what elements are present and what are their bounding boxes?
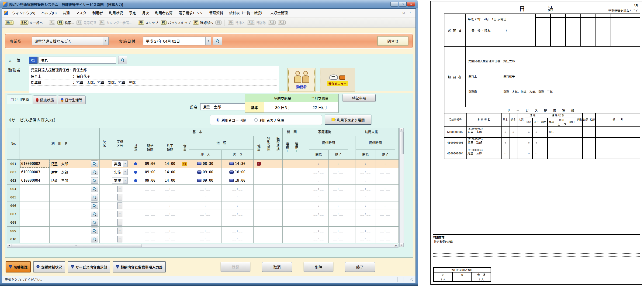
special-support-cell[interactable] <box>264 168 273 176</box>
meal-cell[interactable] <box>180 210 189 218</box>
family-start-cell[interactable]: __:__ <box>309 176 328 185</box>
special-support-cell[interactable] <box>264 193 273 202</box>
user-name-cell[interactable] <box>50 227 89 235</box>
menu-item[interactable]: 利用者名簿 <box>152 9 176 17</box>
end-time-cell[interactable]: __:__ <box>160 210 180 218</box>
meal-cell[interactable] <box>180 185 189 193</box>
agency-coop2-cell[interactable] <box>292 218 301 227</box>
agency-coop2-cell[interactable] <box>292 185 301 193</box>
family-flag-cell[interactable] <box>301 227 309 235</box>
user-name-cell[interactable] <box>50 193 89 202</box>
dropoff-cell[interactable]: 14:30 <box>222 160 254 168</box>
agency-coop2-cell[interactable] <box>292 160 301 168</box>
user-name-cell[interactable] <box>50 185 89 193</box>
end-time-cell[interactable]: 14:00 <box>160 168 180 176</box>
medical-coop-cell[interactable] <box>273 210 282 218</box>
family-start-cell[interactable]: __:__ <box>309 210 328 218</box>
dropoff-cell[interactable]: __:__ <box>222 210 254 218</box>
visit-flag-cell[interactable] <box>348 193 356 202</box>
basic-flag-cell[interactable] <box>131 227 140 235</box>
user-search-button[interactable] <box>91 160 98 167</box>
family-flag-cell[interactable] <box>301 235 309 243</box>
meal-cell[interactable] <box>180 235 189 243</box>
family-end-cell[interactable]: __:__ <box>328 210 348 218</box>
family-end-cell[interactable]: __:__ <box>328 218 348 227</box>
user-search-button[interactable] <box>91 186 98 192</box>
mode-switch-button[interactable]: 切替処理 <box>6 261 31 273</box>
mdi-minimize-button[interactable]: － <box>395 11 399 15</box>
family-flag-cell[interactable] <box>301 218 309 227</box>
user-code-cell[interactable] <box>20 210 50 218</box>
toolbar-item-f5[interactable]: F5スキップ <box>138 20 158 25</box>
health-cell[interactable] <box>254 176 264 185</box>
cancel-button[interactable]: 取消 <box>262 262 292 272</box>
family-end-cell[interactable]: __:__ <box>328 202 348 210</box>
meal-cell[interactable]: Y1 <box>180 160 189 168</box>
end-time-cell[interactable]: __:__ <box>160 227 180 235</box>
staff-image-button[interactable]: 勤務者 <box>288 68 316 92</box>
radio-user-code-order[interactable]: 利用者コード順 <box>216 118 246 122</box>
visit-end-cell[interactable]: __:__ <box>376 227 395 235</box>
name-input[interactable]: 児童 太郎 <box>200 103 252 110</box>
pickup-cell[interactable]: __:__ <box>189 235 222 243</box>
agency-coop1-cell[interactable] <box>282 193 292 202</box>
menu-item[interactable]: 月次 <box>139 9 152 17</box>
category-dropdown[interactable]: ▼ <box>117 186 122 192</box>
visit-start-cell[interactable]: __:__ <box>356 235 376 243</box>
end-time-cell[interactable]: __:__ <box>160 193 180 202</box>
family-end-cell[interactable]: __:__ <box>328 176 348 185</box>
category-dropdown[interactable]: ▼ <box>117 236 122 243</box>
category-dropdown[interactable]: 実施▼ <box>112 160 128 167</box>
agency-coop1-cell[interactable] <box>282 160 292 168</box>
family-flag-cell[interactable] <box>301 210 309 218</box>
weather-input[interactable]: 晴れ <box>38 57 116 64</box>
user-code-cell[interactable]: 610000002 <box>20 160 50 168</box>
dropoff-cell[interactable]: __:__ <box>222 218 254 227</box>
special-support-cell[interactable] <box>264 176 273 185</box>
visit-start-cell[interactable]: __:__ <box>356 202 376 210</box>
user-name-cell[interactable] <box>50 202 89 210</box>
agency-coop2-cell[interactable] <box>292 227 301 235</box>
start-time-cell[interactable]: __:__ <box>140 210 160 218</box>
special-support-cell[interactable] <box>264 218 273 227</box>
visit-flag-cell[interactable] <box>348 218 356 227</box>
user-name-cell[interactable]: 児童 次郎 <box>50 168 89 176</box>
category-dropdown[interactable]: ▼ <box>117 202 122 209</box>
visit-start-cell[interactable]: __:__ <box>356 193 376 202</box>
agency-coop1-cell[interactable] <box>282 176 292 185</box>
family-end-cell[interactable]: __:__ <box>328 235 348 243</box>
basic-flag-cell[interactable] <box>131 185 140 193</box>
family-flag-cell[interactable] <box>301 176 309 185</box>
medical-coop-cell[interactable] <box>273 227 282 235</box>
dropdown-arrow-icon[interactable]: ▼ <box>103 37 108 45</box>
visit-start-cell[interactable]: __:__ <box>356 160 376 168</box>
agency-coop1-cell[interactable] <box>282 218 292 227</box>
visit-start-cell[interactable]: __:__ <box>356 185 376 193</box>
user-code-cell[interactable]: 610000004 <box>20 176 50 185</box>
scroll-right-button[interactable]: ▶ <box>394 244 398 247</box>
pickup-cell[interactable]: 09:00 <box>189 168 222 176</box>
scrollbar-thumb[interactable] <box>11 244 142 247</box>
family-start-cell[interactable]: __:__ <box>309 202 328 210</box>
family-end-cell[interactable]: __:__ <box>328 193 348 202</box>
special-support-cell[interactable] <box>264 210 273 218</box>
start-time-cell[interactable]: __:__ <box>140 235 160 243</box>
visit-flag-cell[interactable] <box>348 202 356 210</box>
family-start-cell[interactable]: __:__ <box>309 185 328 193</box>
health-cell[interactable] <box>254 210 264 218</box>
health-cell[interactable] <box>254 202 264 210</box>
absent-cell[interactable] <box>100 185 109 193</box>
user-code-cell[interactable] <box>20 185 50 193</box>
visit-start-cell[interactable]: __:__ <box>356 227 376 235</box>
absent-cell[interactable] <box>100 227 109 235</box>
window-maximize-button[interactable]: □ <box>399 2 407 6</box>
end-time-cell[interactable]: __:__ <box>160 202 180 210</box>
category-dropdown[interactable]: 実施▼ <box>112 169 128 175</box>
end-time-cell[interactable]: __:__ <box>160 235 180 243</box>
health-cell[interactable] <box>254 168 264 176</box>
absent-cell[interactable] <box>100 235 109 243</box>
user-code-cell[interactable] <box>20 218 50 227</box>
weather-code-input[interactable]: 01 <box>29 57 38 64</box>
tab-usage-record[interactable]: 利用実績 <box>7 95 32 104</box>
office-select[interactable]: 児童発達支援なんごく ▼ <box>32 36 109 45</box>
